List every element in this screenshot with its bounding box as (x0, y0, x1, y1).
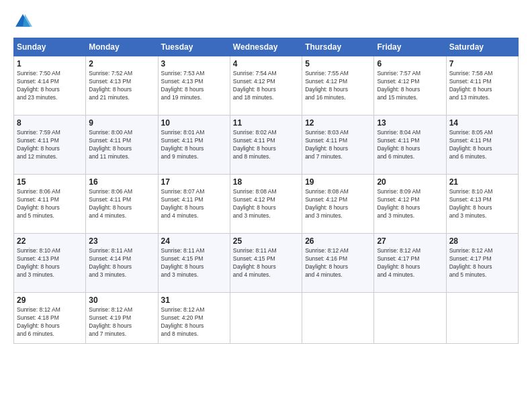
day-info: Sunrise: 8:12 AMSunset: 4:20 PMDaylight:… (161, 306, 227, 338)
calendar-cell: 18Sunrise: 8:08 AMSunset: 4:12 PMDayligh… (230, 175, 302, 234)
dow-header-wednesday: Wednesday (230, 38, 302, 56)
day-number: 23 (89, 236, 154, 246)
calendar-cell (230, 293, 302, 344)
day-info: Sunrise: 8:12 AMSunset: 4:18 PMDaylight:… (17, 306, 83, 338)
calendar-cell: 20Sunrise: 8:09 AMSunset: 4:12 PMDayligh… (374, 175, 446, 234)
calendar-cell: 1Sunrise: 7:50 AMSunset: 4:14 PMDaylight… (14, 56, 86, 116)
calendar-cell: 19Sunrise: 8:08 AMSunset: 4:12 PMDayligh… (302, 175, 374, 234)
day-number: 28 (449, 236, 515, 246)
day-info: Sunrise: 7:53 AMSunset: 4:13 PMDaylight:… (161, 70, 227, 102)
day-info: Sunrise: 8:10 AMSunset: 4:13 PMDaylight:… (17, 247, 83, 279)
calendar-cell: 5Sunrise: 7:55 AMSunset: 4:12 PMDaylight… (302, 56, 374, 116)
day-info: Sunrise: 8:05 AMSunset: 4:11 PMDaylight:… (449, 129, 515, 161)
week-row-3: 15Sunrise: 8:06 AMSunset: 4:11 PMDayligh… (14, 175, 519, 234)
day-info: Sunrise: 8:12 AMSunset: 4:17 PMDaylight:… (449, 247, 515, 279)
calendar-cell: 25Sunrise: 8:11 AMSunset: 4:15 PMDayligh… (230, 234, 302, 293)
day-number: 22 (17, 236, 83, 246)
day-number: 31 (161, 295, 227, 305)
day-number: 19 (305, 177, 371, 187)
day-number: 20 (377, 177, 443, 187)
calendar-cell: 24Sunrise: 8:11 AMSunset: 4:15 PMDayligh… (158, 234, 230, 293)
calendar-cell: 21Sunrise: 8:10 AMSunset: 4:13 PMDayligh… (446, 175, 518, 234)
day-info: Sunrise: 8:06 AMSunset: 4:11 PMDaylight:… (89, 188, 154, 220)
day-number: 2 (89, 59, 154, 68)
day-info: Sunrise: 8:02 AMSunset: 4:11 PMDaylight:… (233, 129, 299, 161)
calendar-cell: 15Sunrise: 8:06 AMSunset: 4:11 PMDayligh… (14, 175, 86, 234)
day-info: Sunrise: 7:59 AMSunset: 4:11 PMDaylight:… (17, 129, 83, 161)
day-number: 6 (377, 59, 443, 68)
calendar-cell: 14Sunrise: 8:05 AMSunset: 4:11 PMDayligh… (446, 116, 518, 175)
day-info: Sunrise: 8:12 AMSunset: 4:19 PMDaylight:… (89, 306, 154, 338)
calendar-cell: 29Sunrise: 8:12 AMSunset: 4:18 PMDayligh… (14, 293, 86, 344)
calendar-cell: 6Sunrise: 7:57 AMSunset: 4:12 PMDaylight… (374, 56, 446, 116)
calendar-cell: 9Sunrise: 8:00 AMSunset: 4:11 PMDaylight… (86, 116, 158, 175)
week-row-1: 1Sunrise: 7:50 AMSunset: 4:14 PMDaylight… (14, 56, 519, 116)
day-number: 29 (17, 295, 83, 305)
calendar-cell: 2Sunrise: 7:52 AMSunset: 4:13 PMDaylight… (86, 56, 158, 116)
dow-header-tuesday: Tuesday (158, 38, 230, 56)
day-info: Sunrise: 8:08 AMSunset: 4:12 PMDaylight:… (233, 188, 299, 220)
calendar-cell: 3Sunrise: 7:53 AMSunset: 4:13 PMDaylight… (158, 56, 230, 116)
day-number: 17 (161, 177, 227, 187)
header (13, 12, 519, 31)
page: SundayMondayTuesdayWednesdayThursdayFrid… (0, 0, 532, 411)
day-number: 12 (305, 118, 371, 128)
calendar-cell: 17Sunrise: 8:07 AMSunset: 4:11 PMDayligh… (158, 175, 230, 234)
calendar-cell: 4Sunrise: 7:54 AMSunset: 4:12 PMDaylight… (230, 56, 302, 116)
day-info: Sunrise: 7:52 AMSunset: 4:13 PMDaylight:… (89, 70, 154, 102)
calendar-cell: 31Sunrise: 8:12 AMSunset: 4:20 PMDayligh… (158, 293, 230, 344)
day-number: 11 (233, 118, 299, 128)
calendar-cell: 12Sunrise: 8:03 AMSunset: 4:11 PMDayligh… (302, 116, 374, 175)
calendar-cell: 23Sunrise: 8:11 AMSunset: 4:14 PMDayligh… (86, 234, 158, 293)
day-number: 4 (233, 59, 299, 68)
day-number: 10 (161, 118, 227, 128)
day-info: Sunrise: 8:11 AMSunset: 4:15 PMDaylight:… (161, 247, 227, 279)
day-info: Sunrise: 8:01 AMSunset: 4:11 PMDaylight:… (161, 129, 227, 161)
day-number: 30 (89, 295, 154, 305)
dow-header-saturday: Saturday (446, 38, 518, 56)
week-row-5: 29Sunrise: 8:12 AMSunset: 4:18 PMDayligh… (14, 293, 519, 344)
day-number: 26 (305, 236, 371, 246)
day-number: 24 (161, 236, 227, 246)
week-row-2: 8Sunrise: 7:59 AMSunset: 4:11 PMDaylight… (14, 116, 519, 175)
day-info: Sunrise: 7:57 AMSunset: 4:12 PMDaylight:… (377, 70, 443, 102)
day-number: 21 (449, 177, 515, 187)
day-number: 27 (377, 236, 443, 246)
calendar-cell: 27Sunrise: 8:12 AMSunset: 4:17 PMDayligh… (374, 234, 446, 293)
dow-header-sunday: Sunday (14, 38, 86, 56)
calendar-cell: 30Sunrise: 8:12 AMSunset: 4:19 PMDayligh… (86, 293, 158, 344)
day-number: 13 (377, 118, 443, 128)
day-info: Sunrise: 8:09 AMSunset: 4:12 PMDaylight:… (377, 188, 443, 220)
day-info: Sunrise: 8:00 AMSunset: 4:11 PMDaylight:… (89, 129, 154, 161)
dow-header-friday: Friday (374, 38, 446, 56)
day-info: Sunrise: 8:10 AMSunset: 4:13 PMDaylight:… (449, 188, 515, 220)
calendar-cell: 11Sunrise: 8:02 AMSunset: 4:11 PMDayligh… (230, 116, 302, 175)
calendar-cell: 13Sunrise: 8:04 AMSunset: 4:11 PMDayligh… (374, 116, 446, 175)
calendar-cell: 8Sunrise: 7:59 AMSunset: 4:11 PMDaylight… (14, 116, 86, 175)
day-info: Sunrise: 7:54 AMSunset: 4:12 PMDaylight:… (233, 70, 299, 102)
day-number: 9 (89, 118, 154, 128)
dow-header-thursday: Thursday (302, 38, 374, 56)
day-of-week-row: SundayMondayTuesdayWednesdayThursdayFrid… (14, 38, 519, 56)
day-info: Sunrise: 8:04 AMSunset: 4:11 PMDaylight:… (377, 129, 443, 161)
week-row-4: 22Sunrise: 8:10 AMSunset: 4:13 PMDayligh… (14, 234, 519, 293)
calendar-cell (302, 293, 374, 344)
day-info: Sunrise: 7:55 AMSunset: 4:12 PMDaylight:… (305, 70, 371, 102)
day-info: Sunrise: 7:50 AMSunset: 4:14 PMDaylight:… (17, 70, 83, 102)
day-number: 15 (17, 177, 83, 187)
day-info: Sunrise: 7:58 AMSunset: 4:11 PMDaylight:… (449, 70, 515, 102)
calendar-cell: 26Sunrise: 8:12 AMSunset: 4:16 PMDayligh… (302, 234, 374, 293)
day-number: 25 (233, 236, 299, 246)
calendar-cell: 28Sunrise: 8:12 AMSunset: 4:17 PMDayligh… (446, 234, 518, 293)
day-info: Sunrise: 8:12 AMSunset: 4:17 PMDaylight:… (377, 247, 443, 279)
day-number: 1 (17, 59, 83, 68)
day-number: 18 (233, 177, 299, 187)
calendar-cell: 22Sunrise: 8:10 AMSunset: 4:13 PMDayligh… (14, 234, 86, 293)
dow-header-monday: Monday (86, 38, 158, 56)
day-info: Sunrise: 8:11 AMSunset: 4:14 PMDaylight:… (89, 247, 154, 279)
calendar-cell (446, 293, 518, 344)
logo (13, 12, 35, 31)
day-info: Sunrise: 8:07 AMSunset: 4:11 PMDaylight:… (161, 188, 227, 220)
calendar-cell: 10Sunrise: 8:01 AMSunset: 4:11 PMDayligh… (158, 116, 230, 175)
logo-icon (13, 12, 32, 31)
